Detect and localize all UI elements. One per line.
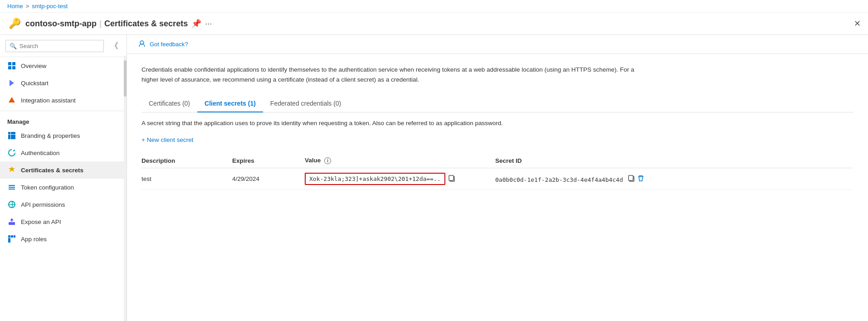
svg-rect-14 <box>8 235 10 238</box>
search-box[interactable]: 🔍 <box>5 40 104 52</box>
certificates-label: Certificates & secrets <box>21 167 83 174</box>
row-value: Xok-23kla;323]+askak2902\201+12da==.. <box>305 168 495 190</box>
app-name: contoso-smtp-app <box>25 19 97 28</box>
nav-item-overview[interactable]: Overview <box>0 57 127 74</box>
col-secret-id: Secret ID <box>495 153 853 168</box>
nav-item-expose[interactable]: Expose an API <box>0 213 127 230</box>
svg-rect-0 <box>8 62 11 65</box>
svg-rect-17 <box>8 238 10 243</box>
breadcrumb-separator: > <box>26 3 29 10</box>
search-input[interactable] <box>20 43 100 49</box>
svg-rect-16 <box>14 235 15 238</box>
tab-federated[interactable]: Federated credentials (0) <box>263 95 348 112</box>
nav-item-certificates[interactable]: Certificates & secrets <box>0 161 127 179</box>
svg-marker-4 <box>10 80 14 86</box>
value-box: Xok-23kla;323]+askak2902\201+12da==.. <box>305 173 445 185</box>
nav-item-quickstart[interactable]: Quickstart <box>0 74 127 92</box>
api-label: API permissions <box>21 201 65 208</box>
feedback-bar[interactable]: Got feedback? <box>127 35 868 54</box>
branding-label: Branding & properties <box>21 132 80 139</box>
delete-button[interactable] <box>637 175 644 183</box>
breadcrumb-current[interactable]: smtp-poc-test <box>32 3 68 10</box>
nav-item-approles[interactable]: App roles <box>0 230 127 248</box>
tab-description: A secret string that the application use… <box>141 120 550 126</box>
pin-button[interactable]: 📌 <box>191 19 201 29</box>
nav-item-integration[interactable]: Integration assistant <box>0 92 127 109</box>
page-title-text: Certificates & secrets <box>104 19 188 28</box>
quickstart-icon <box>7 78 16 88</box>
nav-item-authentication[interactable]: Authentication <box>0 144 127 161</box>
value-info-icon[interactable]: i <box>324 157 331 164</box>
approles-label: App roles <box>21 236 47 243</box>
feedback-icon <box>138 39 146 49</box>
token-icon <box>7 183 16 192</box>
col-expires: Expires <box>232 153 305 168</box>
title-separator: | <box>99 19 102 28</box>
svg-rect-13 <box>9 222 15 225</box>
svg-rect-9 <box>9 185 15 186</box>
app-icon: 🔑 <box>7 16 22 31</box>
row-secret-id: 0a0b0c0d-1e1f-2a2b-3c3d-4e4f4a4b4c4d <box>495 168 853 190</box>
col-description: Description <box>141 153 232 168</box>
svg-rect-23 <box>638 176 644 177</box>
nav-item-token[interactable]: Token configuration <box>0 179 127 196</box>
integration-icon <box>7 96 16 105</box>
svg-rect-10 <box>9 187 15 188</box>
close-button[interactable]: ✕ <box>854 19 861 29</box>
expose-label: Expose an API <box>21 219 61 225</box>
secrets-table: Description Expires Value i Secret ID te… <box>141 153 853 190</box>
svg-rect-1 <box>12 62 15 65</box>
svg-rect-11 <box>9 189 15 190</box>
tabs-container: Certificates (0) Client secrets (1) Fede… <box>141 95 853 112</box>
breadcrumb-home[interactable]: Home <box>7 3 23 10</box>
copy-id-button[interactable] <box>628 175 635 183</box>
svg-rect-8 <box>11 135 15 139</box>
overview-label: Overview <box>21 63 46 69</box>
feedback-link[interactable]: Got feedback? <box>150 41 188 48</box>
api-icon <box>7 200 16 209</box>
more-button[interactable]: ··· <box>205 19 212 29</box>
quickstart-label: Quickstart <box>21 80 49 87</box>
certificates-icon <box>7 165 16 175</box>
tab-client-secrets[interactable]: Client secrets (1) <box>197 95 263 112</box>
svg-rect-6 <box>11 132 15 134</box>
svg-rect-22 <box>629 175 633 180</box>
overview-icon <box>7 61 16 70</box>
copy-value-button[interactable] <box>448 175 455 183</box>
row-description: test <box>141 168 232 190</box>
manage-section-label: Manage <box>0 113 127 127</box>
search-icon: 🔍 <box>10 43 17 49</box>
authentication-label: Authentication <box>21 150 60 156</box>
authentication-icon <box>7 148 16 157</box>
integration-label: Integration assistant <box>21 97 76 104</box>
svg-rect-7 <box>8 135 10 139</box>
svg-rect-5 <box>8 132 10 134</box>
svg-rect-2 <box>8 66 11 69</box>
collapse-button[interactable]: 《 <box>107 39 121 52</box>
page-title: contoso-smtp-app|Certificates & secrets <box>25 19 188 29</box>
nav-item-api[interactable]: API permissions <box>0 196 127 213</box>
approles-icon <box>7 234 16 243</box>
svg-rect-3 <box>12 66 15 69</box>
row-expires: 4/29/2024 <box>232 168 305 190</box>
svg-rect-15 <box>11 235 13 238</box>
tab-certificates[interactable]: Certificates (0) <box>141 95 197 112</box>
main-description: Credentials enable confidential applicat… <box>141 65 640 84</box>
svg-rect-20 <box>449 175 454 180</box>
table-row: test 4/29/2024 Xok-23kla;323]+askak2902\… <box>141 168 853 190</box>
branding-icon <box>7 131 16 140</box>
expose-icon <box>7 217 16 226</box>
nav-item-branding[interactable]: Branding & properties <box>0 127 127 144</box>
col-value: Value i <box>305 153 495 168</box>
add-secret-button[interactable]: + New client secret <box>141 134 193 146</box>
token-label: Token configuration <box>21 184 74 191</box>
